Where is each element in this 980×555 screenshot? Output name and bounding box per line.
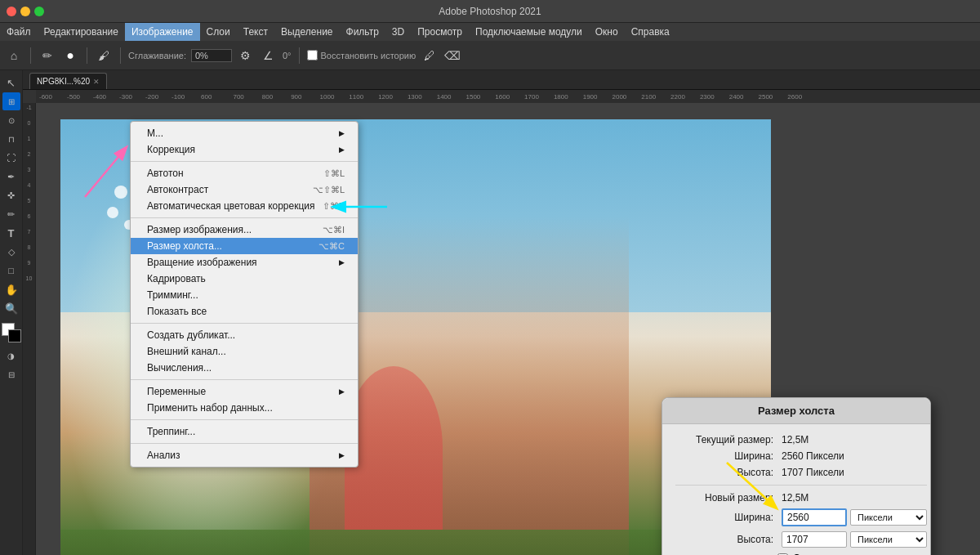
menu-item-rotate[interactable]: Вращение изображения ▶ [131, 254, 358, 271]
ruler-horizontal: -600 -500 -400 -300 -200 -100 600 700 80… [23, 90, 980, 103]
tab-name: NPG8KI...%20 [37, 77, 90, 86]
eyedropper-tool[interactable]: ✒ [2, 168, 20, 186]
menu-item-canvas-size[interactable]: Размер холста... ⌥⌘C [131, 238, 358, 254]
minimize-button[interactable] [20, 7, 30, 16]
menu-item-mode[interactable]: М... ▶ [131, 125, 358, 141]
current-width-value: 2560 Пиксели [782, 450, 844, 462]
restore-history-checkbox[interactable] [307, 50, 318, 60]
current-size-value: 12,5М [782, 434, 808, 445]
menu-filter[interactable]: Фильтр [340, 23, 385, 41]
angle-icon[interactable]: ∠ [260, 47, 278, 65]
auto-color-shortcut: ⇧⌘B [323, 201, 345, 212]
text-tool[interactable]: T [2, 224, 20, 242]
menu-file[interactable]: Файл [0, 23, 38, 41]
maximize-button[interactable] [34, 7, 44, 16]
menu-3d[interactable]: 3D [385, 23, 411, 41]
path-tool[interactable]: ◇ [2, 243, 20, 261]
menu-item-apply-data[interactable]: Применить набор данных... [131, 400, 358, 416]
menu-layer[interactable]: Слои [200, 23, 237, 41]
settings-icon[interactable]: ⚙ [237, 47, 255, 65]
menu-item-correction-arrow: ▶ [339, 145, 345, 154]
menu-item-calculations[interactable]: Вычисления... [131, 360, 358, 376]
menu-help[interactable]: Справка [625, 23, 676, 41]
menu-item-variables-arrow: ▶ [339, 387, 345, 396]
brush-tool-icon[interactable]: 🖌 [95, 47, 113, 65]
new-width-input[interactable] [782, 508, 847, 526]
menu-item-autocontrast[interactable]: Автоконтраст ⌥⇧⌘L [131, 181, 358, 198]
menu-item-apply-data-label: Применить набор данных... [147, 402, 273, 414]
menu-item-trapping[interactable]: Треппинг... [131, 423, 358, 440]
menu-image[interactable]: Изображение [125, 23, 200, 41]
screen-mode-btn[interactable]: ⊟ [2, 365, 20, 383]
tools-panel: ↖ ⊞ ⊙ ⊓ ⛶ ✒ ✜ ✏ T ◇ □ ✋ 🔍 ◑ ⊟ [0, 70, 23, 555]
ruler-corner [23, 90, 36, 103]
toolbar-separator-3 [120, 47, 121, 64]
menu-plugins[interactable]: Подключаемые модули [469, 23, 589, 41]
eraser-icon[interactable]: ⌫ [443, 47, 461, 65]
brush-tool[interactable]: ⊞ [2, 92, 20, 110]
color-circle-icon[interactable]: ● [61, 47, 79, 65]
menu-item-reveal-all[interactable]: Показать все [131, 303, 358, 320]
menu-view[interactable]: Просмотр [411, 23, 469, 41]
menu-item-trim[interactable]: Тримминг... [131, 287, 358, 303]
title-bar: Adobe Photoshop 2021 [0, 0, 980, 23]
menu-edit[interactable]: Редактирование [38, 23, 125, 41]
menu-item-rotate-arrow: ▶ [339, 258, 345, 266]
color-tools [2, 323, 21, 342]
svg-point-0 [114, 186, 127, 199]
menu-item-analysis-label: Анализ [147, 450, 180, 461]
new-height-row: Высота: Пиксели Сантиметры Дюймы [675, 531, 927, 548]
menu-item-auto-color[interactable]: Автоматическая цветовая коррекция ⇧⌘B [131, 198, 358, 214]
document-tab[interactable]: NPG8KI...%20 ✕ [29, 73, 107, 89]
new-height-label: Высота: [675, 534, 782, 545]
window-controls [7, 7, 44, 16]
content-row: -1 0 1 2 3 4 5 6 7 8 9 10 [23, 103, 980, 555]
menu-item-duplicate-label: Создать дубликат... [147, 329, 235, 341]
smoothing-label: Сглаживание: [128, 51, 186, 60]
menu-item-crop[interactable]: Кадрировать [131, 271, 358, 287]
quick-select-tool[interactable]: ⊓ [2, 130, 20, 148]
toolbar-separator-4 [299, 47, 300, 64]
menu-item-duplicate[interactable]: Создать дубликат... [131, 327, 358, 343]
menu-select[interactable]: Выделение [274, 23, 340, 41]
quick-mask-btn[interactable]: ◑ [2, 347, 20, 365]
new-height-input[interactable] [782, 531, 847, 548]
dialog-body: Текущий размер: 12,5М Ширина: 2560 Пиксе… [662, 424, 930, 555]
menu-text[interactable]: Текст [237, 23, 274, 41]
current-width-row: Ширина: 2560 Пиксели [675, 450, 927, 462]
brush-options-icon[interactable]: ✏ [38, 47, 56, 65]
background-color[interactable] [8, 329, 21, 342]
close-button[interactable] [7, 7, 16, 16]
dialog-title: Размер холста [662, 398, 930, 424]
menu-window[interactable]: Окно [589, 23, 625, 41]
heal-tool[interactable]: ✜ [2, 186, 20, 204]
height-units-select[interactable]: Пиксели Сантиметры Дюймы [850, 531, 927, 548]
width-units-select[interactable]: Пиксели Сантиметры Дюймы [850, 509, 927, 526]
pen-tool[interactable]: ✏ [2, 205, 20, 223]
menu-item-mode-arrow: ▶ [339, 129, 345, 137]
home-icon[interactable]: ⌂ [5, 47, 23, 65]
tab-close-icon[interactable]: ✕ [93, 78, 100, 86]
menu-item-autotone[interactable]: Автотон ⇧⌘L [131, 165, 358, 181]
hand-tool[interactable]: ✋ [2, 280, 20, 298]
current-size-label: Текущий размер: [675, 434, 782, 445]
shape-tool[interactable]: □ [2, 262, 20, 280]
crop-tool[interactable]: ⛶ [2, 149, 20, 167]
history-brush-icon[interactable]: 🖊 [421, 47, 439, 65]
zoom-tool[interactable]: 🔍 [2, 299, 20, 317]
menu-item-trapping-label: Треппинг... [147, 426, 195, 437]
menu-item-external-channel[interactable]: Внешний канал... [131, 343, 358, 360]
current-height-row: Высота: 1707 Пиксели [675, 467, 927, 478]
lasso-tool[interactable]: ⊙ [2, 111, 20, 129]
menu-item-correction[interactable]: Коррекция ▶ [131, 141, 358, 158]
menu-item-variables[interactable]: Переменные ▶ [131, 383, 358, 400]
image-dropdown-menu: М... ▶ Коррекция ▶ Автотон ⇧⌘L [130, 121, 359, 468]
menu-item-analysis[interactable]: Анализ ▶ [131, 447, 358, 463]
smoothing-input[interactable] [191, 49, 232, 62]
image-size-shortcut: ⌥⌘I [323, 225, 345, 235]
menu-section-7: Анализ ▶ [131, 444, 358, 467]
menu-item-image-size[interactable]: Размер изображения... ⌥⌘I [131, 222, 358, 238]
current-height-value: 1707 Пиксели [782, 467, 844, 478]
move-tool[interactable]: ↖ [2, 74, 20, 92]
menu-item-reveal-all-label: Показать все [147, 306, 207, 317]
